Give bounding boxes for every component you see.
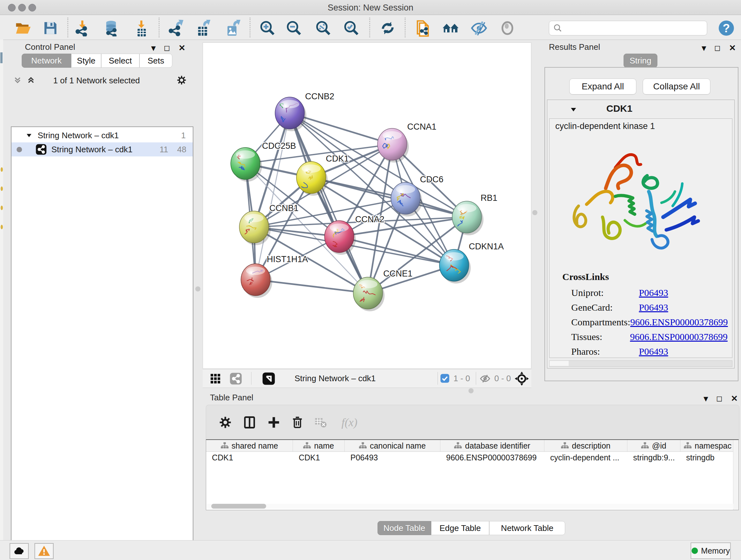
network-view-toolbar: String Network – cdk1 1 - 0 0 - 0 <box>203 369 531 388</box>
tab-edge-table[interactable]: Edge Table <box>431 521 489 535</box>
toolbar-separator <box>158 17 159 37</box>
collapse-all-button[interactable]: Collapse All <box>643 78 711 95</box>
expander-triangle-icon[interactable] <box>25 132 32 139</box>
tab-node-table[interactable]: Node Table <box>378 521 431 535</box>
search-field[interactable] <box>549 21 707 36</box>
table-tabs: Node Table Edge Table Network Table <box>201 521 741 536</box>
section-expander-triangle-icon[interactable] <box>569 106 577 113</box>
grid-view-icon[interactable] <box>210 373 221 384</box>
column-header--id[interactable]: @id <box>627 440 680 451</box>
left-splitter-handle[interactable] <box>195 287 200 292</box>
column-header-description[interactable]: description <box>544 440 627 451</box>
import-network-from-database-button[interactable] <box>102 19 120 37</box>
crosslink-link[interactable]: P06493 <box>639 302 668 313</box>
crosslinks-list: Uniprot:P06493 GeneCard:P06493 Compartme… <box>571 286 728 359</box>
zoom-out-button[interactable] <box>285 19 303 37</box>
import-network-button[interactable] <box>74 19 91 37</box>
collapse-panel-icon[interactable]: ▾ <box>151 43 155 53</box>
save-session-button[interactable] <box>42 19 59 37</box>
column-header-database-identifier[interactable]: database identifier <box>441 440 544 451</box>
expand-all-button[interactable]: Expand All <box>569 78 636 95</box>
network-name: String Network – cdk1 <box>51 145 132 154</box>
gear-icon[interactable] <box>176 75 187 85</box>
tab-style[interactable]: Style <box>71 54 101 68</box>
close-panel-icon[interactable]: ✕ <box>731 394 738 403</box>
help-icon: ? <box>718 20 735 37</box>
graph-node-HIST1H1A <box>241 264 270 296</box>
bottombar-separator <box>251 372 252 385</box>
zoom-selected-button[interactable] <box>342 19 360 37</box>
tab-sets[interactable]: Sets <box>139 54 172 68</box>
show-columns-button[interactable] <box>241 414 259 431</box>
fit-content-crosshair-icon[interactable] <box>515 372 529 386</box>
close-panel-icon[interactable]: ✕ <box>729 43 736 53</box>
tab-string[interactable]: String <box>623 54 657 68</box>
open-session-button[interactable] <box>14 19 32 37</box>
float-panel-icon[interactable]: ◻ <box>716 394 723 403</box>
export-image-icon <box>224 20 241 37</box>
table-vertical-scrollbar[interactable] <box>733 440 738 510</box>
crosslink-link[interactable]: P06493 <box>639 346 668 357</box>
float-panel-icon[interactable]: ◻ <box>164 44 170 52</box>
crosslink-link[interactable]: 9606.ENSP00000378699 <box>630 331 728 342</box>
column-header-namespac[interactable]: namespac <box>680 440 735 451</box>
network-style-icon[interactable] <box>229 372 242 385</box>
hidden-eye-slash-icon <box>480 373 490 384</box>
refresh-button[interactable] <box>379 19 397 37</box>
delete-column-button[interactable] <box>288 414 307 431</box>
collapse-panel-icon[interactable]: ▾ <box>702 43 706 53</box>
function-builder-button[interactable]: f(x) <box>335 414 364 431</box>
export-image-button[interactable] <box>223 19 241 37</box>
show-all-button[interactable] <box>498 19 516 37</box>
birds-eye-view-icon[interactable] <box>262 372 275 385</box>
multiple-homes-button[interactable] <box>442 19 460 37</box>
crosslink-link[interactable]: 9606.ENSP00000378699 <box>630 317 728 327</box>
crosslink-link[interactable]: P06493 <box>639 287 668 298</box>
create-column-button[interactable] <box>265 414 283 431</box>
network-row-selected[interactable]: String Network – cdk1 11 48 <box>11 142 193 157</box>
hide-selected-button[interactable] <box>470 19 488 37</box>
export-network-button[interactable] <box>167 19 185 37</box>
help-button[interactable]: ? <box>718 19 735 37</box>
column-header-name[interactable]: name <box>293 440 345 451</box>
tab-network[interactable]: Network <box>22 54 71 68</box>
export-table-button[interactable] <box>194 19 212 37</box>
delete-table-button[interactable] <box>312 414 329 431</box>
attribute-type-icon <box>221 442 228 449</box>
results-horizontal-scrollbar[interactable] <box>549 361 732 367</box>
import-table-button[interactable] <box>133 19 151 37</box>
tab-network-table[interactable]: Network Table <box>489 521 565 535</box>
attribute-type-icon <box>684 442 691 449</box>
gene-description: cyclin-dependent kinase 1 <box>555 121 655 131</box>
zoom-in-button[interactable] <box>259 19 276 37</box>
cloud-button[interactable] <box>10 543 29 559</box>
attribute-type-icon <box>359 442 367 449</box>
collapse-panel-icon[interactable]: ▾ <box>704 394 708 403</box>
delete-table-icon <box>314 416 327 429</box>
collection-name: String Network – cdk1 <box>38 131 119 140</box>
network-collection-row[interactable]: String Network – cdk1 1 <box>11 128 193 142</box>
scrollbar-thumb[interactable] <box>211 504 266 509</box>
table-row[interactable]: CDK1CDK1P064939606.ENSP00000378699cyclin… <box>206 451 738 463</box>
warnings-button[interactable] <box>35 543 54 559</box>
table-header-row[interactable]: shared namenamecanonical namedatabase id… <box>206 440 738 452</box>
share-document-button[interactable] <box>414 19 432 37</box>
share-document-icon <box>414 19 432 37</box>
network-canvas[interactable]: CCNB2CCNA1CDC25BCDK1CDC6RB1CCNB1CCNA2CDK… <box>203 43 531 369</box>
search-input[interactable] <box>565 23 707 33</box>
tab-select[interactable]: Select <box>101 54 139 68</box>
close-panel-icon[interactable]: ✕ <box>179 43 185 53</box>
network-selection-status: 1 of 1 Network selected <box>3 76 190 85</box>
column-header-shared-name[interactable]: shared name <box>206 440 293 451</box>
zoom-fit-button[interactable] <box>314 19 332 37</box>
graph-node-CCNB2 <box>275 97 305 129</box>
selected-checkbox-icon[interactable] <box>440 374 450 383</box>
memory-button[interactable]: Memory <box>690 543 731 559</box>
column-header-canonical-name[interactable]: canonical name <box>345 440 441 451</box>
zoom-out-icon <box>286 20 302 37</box>
float-panel-icon[interactable]: ◻ <box>714 44 721 52</box>
table-horizontal-scrollbar[interactable] <box>207 504 733 509</box>
right-splitter-handle[interactable] <box>532 210 537 215</box>
network-graph[interactable]: CCNB2CCNA1CDC25BCDK1CDC6RB1CCNB1CCNA2CDK… <box>203 43 531 368</box>
table-settings-button[interactable] <box>216 414 234 431</box>
